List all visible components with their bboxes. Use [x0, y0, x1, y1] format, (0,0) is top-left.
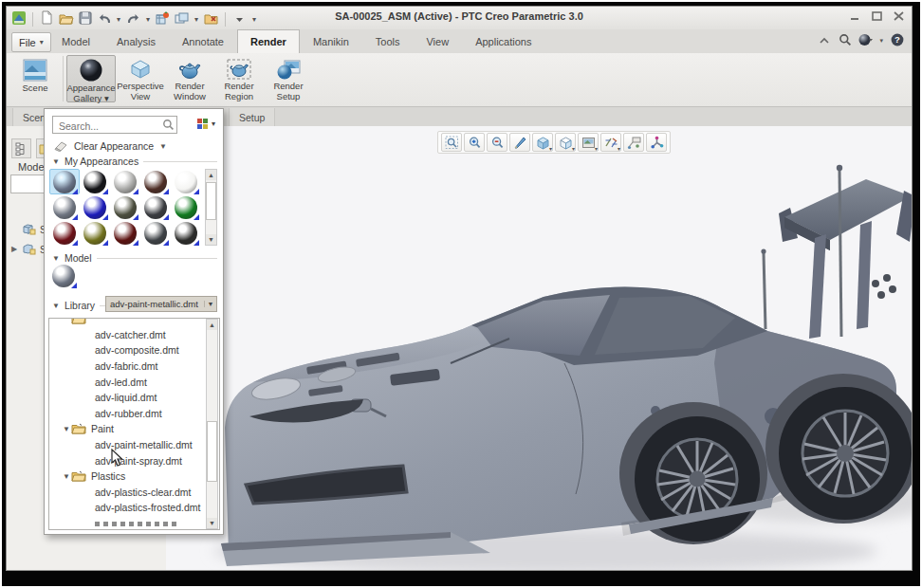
refit-icon: [445, 136, 459, 150]
expand-arrow-icon[interactable]: ▶: [11, 245, 19, 253]
library-file-row[interactable]: adv-composite.dmt: [49, 342, 219, 358]
appearance-swatch[interactable]: [49, 220, 80, 246]
appearance-swatch[interactable]: [140, 220, 171, 246]
library-file-row[interactable]: adv-paint-spray.dmt: [49, 452, 219, 469]
zoom-out-icon: [490, 136, 505, 150]
library-folder-row[interactable]: ▼Paint: [49, 421, 219, 437]
library-file-row[interactable]: adv-led.dmt: [49, 374, 219, 390]
display-style-button[interactable]: ▾: [555, 133, 576, 152]
library-file-row[interactable]: adv-paint-metallic.dmt: [49, 437, 219, 453]
appearance-swatch[interactable]: [80, 194, 110, 220]
button-label: Render Window: [174, 82, 206, 101]
render-button[interactable]: Render Window: [165, 55, 214, 102]
tab-model[interactable]: Model: [48, 29, 103, 54]
library-file-row[interactable]: adv-fabric.dmt: [49, 358, 219, 375]
collapse-ribbon-button[interactable]: [817, 32, 831, 49]
tab-render[interactable]: Render: [237, 29, 300, 54]
material-sphere-icon: [83, 196, 106, 219]
collapse-triangle-icon[interactable]: ▼: [63, 425, 71, 433]
swatch-scrollbar[interactable]: ▲ ▼: [205, 169, 217, 246]
datum-display-button[interactable]: ▾: [600, 133, 621, 152]
appearance-swatch[interactable]: [171, 169, 201, 194]
gallery-search[interactable]: [52, 116, 177, 134]
library-folder-row[interactable]: ▼Plastics: [49, 469, 219, 485]
library-scrollbar[interactable]: ▲ ▼: [206, 319, 218, 529]
graphics-viewport[interactable]: ▾▾▾▾: [166, 126, 912, 570]
appearance-swatch[interactable]: [110, 220, 140, 246]
ribbon-tabs: ModelAnalysisAnnotateRenderManikinToolsV…: [48, 29, 544, 53]
datum-display-dropdown[interactable]: ▾: [618, 145, 620, 152]
library-folder-row[interactable]: [49, 318, 219, 327]
clear-appearance-button[interactable]: Clear Appearance ▼: [54, 140, 167, 152]
scroll-down-icon[interactable]: ▼: [206, 234, 216, 245]
tab-tools[interactable]: Tools: [362, 29, 414, 54]
display-style-icon: [559, 136, 573, 150]
spin-center-button[interactable]: [646, 133, 667, 152]
saved-orientations-icon: [581, 136, 596, 150]
library-file-row[interactable]: adv-plastics-frosted.dmt: [49, 500, 219, 516]
library-file-row[interactable]: adv-plastics-clear.dmt: [49, 485, 219, 501]
button-label: Render Setup: [273, 82, 303, 101]
library-section-header[interactable]: ▼ Library: [52, 300, 109, 311]
appearance-swatch[interactable]: [171, 220, 201, 246]
render-button[interactable]: Render Region: [214, 55, 264, 102]
help-button[interactable]: ?: [890, 32, 904, 50]
my-appearances-header[interactable]: ▼ My Appearances: [52, 156, 217, 167]
library-file-row[interactable]: adv-liquid.dmt: [49, 390, 219, 406]
appearance-button[interactable]: Appearance Gallery ▾: [66, 55, 116, 102]
tab-analysis[interactable]: Analysis: [103, 29, 169, 54]
perspective-button[interactable]: Perspective View: [116, 55, 165, 102]
library-file-row[interactable]: adv-catcher.dmt: [49, 327, 219, 343]
appearance-swatch[interactable]: [140, 194, 171, 220]
repaint-button[interactable]: [509, 133, 530, 152]
shading-dropdown[interactable]: ▾: [549, 145, 552, 152]
separator: [63, 56, 64, 101]
session-sphere-button[interactable]: [858, 32, 873, 50]
appearance-swatch[interactable]: [110, 169, 140, 194]
render-button[interactable]: Render Setup: [264, 55, 313, 102]
scroll-up-icon[interactable]: ▲: [207, 320, 217, 330]
model-section-header[interactable]: ▼ Model: [52, 252, 217, 264]
scroll-up-icon[interactable]: ▲: [206, 170, 216, 180]
tab-manikin[interactable]: Manikin: [300, 29, 362, 54]
collapse-triangle-icon[interactable]: ▼: [63, 472, 71, 481]
file-label: adv-plastics-clear.dmt: [95, 487, 192, 498]
tab-view[interactable]: View: [413, 29, 462, 54]
appearance-swatch[interactable]: [49, 169, 80, 194]
appearance-swatch[interactable]: [80, 220, 110, 246]
appearance-swatch[interactable]: [140, 169, 171, 194]
zoom-in-button[interactable]: [464, 133, 485, 152]
appearance-swatch[interactable]: [110, 194, 140, 220]
library-file-row[interactable]: adv-rubber.dmt: [49, 406, 219, 422]
maximize-button[interactable]: [870, 10, 884, 23]
display-style-dropdown[interactable]: ▾: [572, 145, 575, 152]
saved-orientations-button[interactable]: ▾: [578, 133, 599, 152]
tab-file[interactable]: File ▾: [11, 32, 51, 52]
annotation-display-button[interactable]: [623, 133, 644, 152]
shading-button[interactable]: ▾: [532, 133, 553, 152]
appearance-swatch[interactable]: [80, 169, 110, 194]
appearance-swatch[interactable]: [49, 194, 80, 220]
spin-center-icon: [650, 136, 664, 150]
saved-orientations-dropdown[interactable]: ▾: [595, 145, 598, 152]
command-search-button[interactable]: [838, 32, 852, 50]
zoom-out-button[interactable]: [487, 133, 507, 152]
refit-button[interactable]: [441, 133, 462, 152]
search-input[interactable]: [57, 119, 159, 135]
tab-applications[interactable]: Applications: [462, 29, 544, 54]
appearance-swatch[interactable]: [52, 265, 75, 287]
minimize-button[interactable]: [848, 10, 862, 23]
model-swatch: [52, 265, 75, 287]
chevron-down-icon: ▾: [212, 119, 215, 128]
session-dropdown[interactable]: ▾: [879, 37, 883, 45]
library-file-row[interactable]: [49, 516, 219, 530]
swatch-view-toggle[interactable]: ▾: [196, 118, 215, 130]
model-tree-tab-icon[interactable]: [11, 138, 31, 158]
collapse-triangle-icon: ▼: [52, 157, 60, 166]
close-button[interactable]: [892, 10, 906, 23]
library-file-combo[interactable]: adv-paint-metallic.dmt ▼: [105, 296, 217, 312]
scene-button[interactable]: Scene: [10, 55, 60, 102]
scroll-down-icon[interactable]: ▼: [207, 518, 217, 528]
appearance-swatch[interactable]: [171, 194, 201, 220]
tab-annotate[interactable]: Annotate: [169, 29, 237, 54]
